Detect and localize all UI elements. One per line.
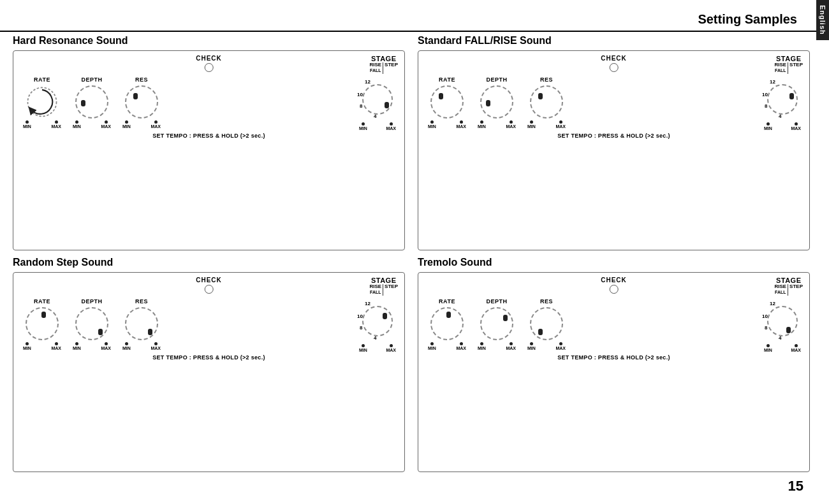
stage-rise-label: RISEFALL — [369, 62, 381, 74]
knob-group-res: RES MIN MAX — [122, 76, 161, 129]
min-max-row: MIN MAX — [478, 120, 516, 129]
stage-inner-circle — [362, 84, 393, 115]
stage-knob-dot — [789, 93, 794, 99]
stage-knob-minmax: MIN MAX — [764, 344, 801, 352]
min-circle — [480, 342, 483, 345]
knob-dot-res — [538, 93, 543, 99]
knob-dot-depth — [503, 315, 508, 321]
stage-inner-circle — [767, 84, 798, 115]
set-tempo-text: SET TEMPO : PRESS & HOLD (>2 sec.) — [20, 133, 398, 139]
stage-sub-labels: RISEFALL STEP — [774, 284, 803, 296]
stage-sub-labels: RISEFALL STEP — [369, 62, 398, 74]
stage-min-dot: MIN — [764, 122, 772, 131]
stage-min-dot: MIN — [764, 344, 772, 352]
knob-label-res: RES — [540, 76, 553, 83]
stage-step-label: STEP — [789, 284, 803, 296]
min-label: MIN — [478, 346, 486, 350]
max-dot: MAX — [456, 342, 466, 350]
check-area: CHECK — [601, 277, 627, 294]
check-label: CHECK — [196, 277, 222, 284]
max-label: MAX — [51, 124, 61, 129]
stage-min-circle — [362, 344, 365, 347]
max-circle — [105, 342, 108, 345]
knob-circle-rate — [430, 85, 464, 119]
min-circle — [430, 120, 434, 124]
knob-dot-res — [148, 329, 152, 335]
stage-number-8: 8 — [360, 325, 362, 331]
panel-random-step: Random Step SoundCHECK STAGE RISEFALL ST… — [13, 257, 405, 472]
min-dot: MIN — [428, 342, 436, 350]
stage-knob-group: 121084 MIN MAX — [356, 78, 399, 131]
stage-divider — [788, 284, 788, 296]
stage-min-label: MIN — [764, 126, 772, 131]
panel-standard-fall-rise: Standard FALL/RISE SoundCHECK STAGE RISE… — [418, 35, 810, 250]
stage-divider — [383, 62, 383, 74]
min-label: MIN — [23, 124, 31, 129]
stage-max-circle — [390, 122, 393, 126]
knob-group-res: RES MIN MAX — [527, 76, 566, 129]
min-max-row: MIN MAX — [428, 120, 466, 129]
check-dot — [610, 285, 619, 294]
min-circle — [75, 120, 78, 124]
knobs-row: RATE MIN MAX DEPTH MIN MAX RES MIN — [20, 76, 398, 129]
arrow-knob-svg — [26, 85, 59, 119]
stage-max-circle — [795, 344, 798, 347]
knob-label-depth: DEPTH — [486, 298, 507, 305]
min-label: MIN — [122, 346, 131, 350]
stage-min-circle — [362, 122, 365, 126]
stage-max-circle — [390, 344, 393, 347]
stage-step-label: STEP — [789, 62, 803, 74]
min-max-row: MIN MAX — [23, 342, 61, 350]
knob-circle-res — [530, 85, 563, 119]
knob-label-rate: RATE — [439, 76, 455, 83]
set-tempo-text: SET TEMPO : PRESS & HOLD (>2 sec.) — [425, 354, 803, 361]
max-circle — [154, 342, 158, 345]
stage-knob-dot — [385, 102, 389, 108]
diagram-box-tremolo: CHECK STAGE RISEFALL STEP RATE MIN MAX D… — [418, 272, 810, 472]
knob-label-rate: RATE — [34, 76, 50, 83]
min-circle — [480, 120, 483, 124]
max-label: MAX — [51, 346, 61, 350]
knob-circle-res — [530, 307, 563, 340]
stage-min-label: MIN — [764, 348, 772, 352]
knob-dot-depth — [81, 100, 85, 106]
knob-label-depth: DEPTH — [486, 76, 507, 83]
min-circle — [530, 120, 533, 124]
knobs-row: RATE MIN MAX DEPTH MIN MAX RES MIN MAX — [20, 298, 398, 350]
english-tab: English — [816, 0, 829, 40]
min-label: MIN — [428, 346, 436, 350]
max-circle — [559, 342, 562, 345]
knob-label-res: RES — [135, 76, 148, 83]
stage-label-area: STAGE RISEFALL STEP — [369, 55, 398, 74]
min-max-row: MIN MAX — [527, 120, 566, 129]
stage-max-label: MAX — [386, 126, 396, 131]
knob-group-res: RES MIN MAX — [527, 298, 566, 350]
min-max-row: MIN MAX — [122, 120, 161, 129]
max-dot: MAX — [555, 120, 566, 129]
stage-max-label: MAX — [791, 348, 801, 352]
stage-knob-dot — [786, 327, 791, 333]
knob-circle-res — [125, 307, 158, 340]
diagram-box-hard-resonance: CHECK STAGE RISEFALL STEP RATE MIN — [13, 50, 405, 250]
stage-rise-label: RISEFALL — [369, 284, 381, 296]
stage-knob-group: 121084 MIN MAX — [356, 299, 399, 352]
max-label: MAX — [506, 124, 516, 129]
knob-circle-res — [125, 85, 158, 119]
max-label: MAX — [555, 124, 566, 129]
check-area: CHECK — [196, 277, 222, 294]
min-dot: MIN — [73, 342, 81, 350]
knob-group-depth: DEPTH MIN MAX — [478, 298, 516, 350]
stage-knob-group: 121084 MIN MAX — [761, 78, 804, 131]
knob-circle-depth — [480, 85, 513, 119]
stage-max-label: MAX — [386, 348, 396, 352]
stage-label-area: STAGE RISEFALL STEP — [369, 277, 398, 296]
stage-knob-wrapper: 121084 — [761, 78, 804, 121]
language-label: English — [819, 5, 826, 35]
stage-max-dot: MAX — [791, 344, 801, 352]
stage-min-label: MIN — [359, 348, 367, 352]
stage-inner-circle — [767, 306, 798, 336]
stage-sub-labels: RISEFALL STEP — [369, 284, 398, 296]
check-area: CHECK — [196, 55, 222, 72]
knobs-row: RATE MIN MAX DEPTH MIN MAX RES MIN MAX — [425, 298, 803, 350]
stage-rise-label: RISEFALL — [774, 284, 786, 296]
